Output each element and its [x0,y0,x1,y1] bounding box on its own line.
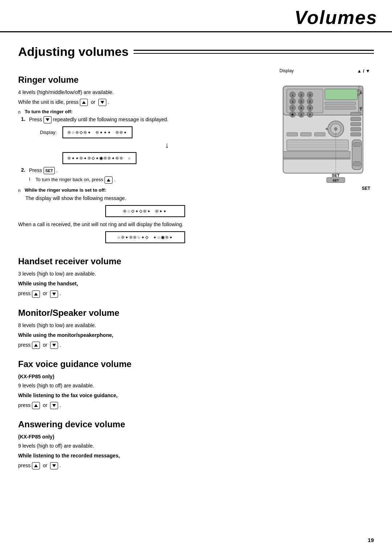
section-heading: Adjusting volumes [18,45,374,59]
step-1: 1. Press repeatedly until the following … [21,116,272,123]
svg-text:1: 1 [291,93,293,97]
display-box-4: ☆❊✦❊❊☆✦◇ ✦☆◉❊✦ [105,231,185,243]
monitor-up-button[interactable] [32,342,40,349]
answering-press: press or . [18,462,374,469]
down-button-idle[interactable] [98,99,106,106]
monitor-down-button[interactable] [50,342,58,349]
answering-instruction-bold: While listening to the recorded messages… [18,452,374,460]
ringer-intro: 4 levels (high/middle/low/off) are avail… [18,89,272,96]
answering-kx-label: (KX-FP85 only) [18,433,374,441]
display-row-1: Display: ❊☆❊◇❊✦ ❊✦✦✦ ❊❊✦ [40,126,272,138]
fax-voice-up-button[interactable] [32,402,40,409]
ringer-section: Ringer volume 4 levels (high/middle/low/… [18,65,374,246]
monitor-section: Monitor/Speaker volume 8 levels (high to… [18,308,374,349]
svg-text:SET: SET [332,179,339,182]
arrow-down: ↓ [62,141,272,149]
fax-voice-intro: 9 levels (high to off) are available. [18,382,374,390]
svg-point-34 [358,94,360,96]
svg-rect-27 [325,89,358,100]
svg-rect-36 [351,117,361,121]
handset-title: Handset receiver volume [18,256,374,266]
svg-rect-37 [351,122,361,126]
page-header: Volumes [0,0,392,32]
answering-section: Answering device volume (KX-FP85 only) 9… [18,419,374,469]
monitor-press: press or . [18,341,374,349]
svg-text:SET: SET [332,173,340,178]
fax-diagram: Display ▲ / ▼ 1 2 3 4 5 [279,68,374,191]
answering-up-button[interactable] [32,462,40,469]
fax-voice-up-icon [34,404,38,407]
fax-voice-instruction-bold: While listening to the fax voice guidanc… [18,392,374,399]
fax-voice-title: Fax voice guidance volume [18,359,374,369]
fax-voice-down-button[interactable] [50,402,58,409]
handset-section: Handset receiver volume 3 levels (high t… [18,256,374,297]
monitor-down-icon [52,344,56,347]
handset-up-icon [34,293,38,296]
set-label: SET [279,186,370,191]
display-row-2: ❊✦✦❊✦❊◇✦◉❊❊✦❊❊ ☆ [40,152,272,164]
monitor-up-icon [34,344,38,347]
call-received-text: When a call is received, the unit will n… [18,221,272,228]
svg-text:6: 6 [309,100,311,103]
answering-up-icon [34,464,38,467]
up-button-idle[interactable] [80,99,88,106]
fax-voice-section: Fax voice guidance volume (KX-FP85 only)… [18,359,374,409]
up-arrow-icon-back [107,179,110,182]
svg-point-33 [358,89,360,91]
down-arrow-icon-step1 [46,118,49,121]
monitor-intro: 8 levels (high to low) are available. [18,322,374,329]
diagram-labels: Display ▲ / ▼ [279,68,374,74]
page-number: 19 [368,537,374,543]
ringer-back-note: l To turn the ringer back on, press . [29,176,272,184]
svg-text:9: 9 [309,106,311,110]
display-row-3: ❊☆◇✦◇❊✦ ❊✦✦ [18,205,272,217]
svg-rect-31 [325,102,356,105]
handset-press: press or . [18,290,374,297]
svg-rect-35 [351,112,361,116]
up-arrow-icon [82,101,86,104]
display-box-3: ❊☆◇✦◇❊✦ ❊✦✦ [105,205,185,217]
fax-voice-press: press or . [18,402,374,409]
while-ringer-off-heading: n While the ringer volume is set to off: [18,187,272,193]
svg-rect-38 [351,127,361,131]
answering-intro: 9 levels (high to off) are available. [18,442,374,450]
svg-rect-44 [287,133,298,136]
main-content: Adjusting volumes Ringer volume 4 levels… [0,32,392,488]
svg-text:5: 5 [300,100,302,103]
svg-text:#: # [309,113,311,117]
handset-up-button[interactable] [32,290,40,298]
svg-rect-52 [353,142,360,147]
svg-rect-45 [301,133,311,136]
while-ringer-off-text: The display will show the following mess… [25,195,272,202]
svg-rect-32 [325,106,356,109]
svg-text:0: 0 [300,113,302,117]
answering-down-button[interactable] [50,462,58,469]
step-2: 2. Press SET . [21,167,272,174]
down-button-step1[interactable] [44,116,52,123]
answering-down-icon [52,464,56,467]
handset-intro: 3 levels (high to low) are available. [18,270,374,278]
section-title: Adjusting volumes [18,45,128,59]
svg-point-43 [326,128,328,130]
svg-text:8: 8 [300,106,302,110]
svg-rect-54 [283,151,350,158]
ringer-idle-instruction: While the unit is idle, press or . [18,98,272,106]
fax-voice-down-icon [52,404,56,407]
handset-down-button[interactable] [50,290,58,298]
svg-rect-47 [287,140,348,151]
up-button-back[interactable] [105,176,113,184]
svg-text:7: 7 [291,106,293,110]
display-row-4: ☆❊✦❊❊☆✦◇ ✦☆◉❊✦ [18,231,272,243]
svg-rect-53 [353,162,360,166]
fax-voice-kx-label: (KX-FP85 only) [18,373,374,380]
svg-text:4: 4 [291,100,293,103]
answering-title: Answering device volume [18,419,374,429]
display-box-1: ❊☆❊◇❊✦ ❊✦✦✦ ❊❊✦ [62,126,132,138]
svg-text:✱: ✱ [291,113,294,117]
svg-rect-55 [283,158,350,159]
svg-rect-46 [314,133,325,136]
set-button[interactable]: SET [44,167,55,174]
svg-text:3: 3 [309,93,311,97]
page-title: Volumes [294,7,377,28]
handset-instruction: While using the handset, [18,280,374,288]
